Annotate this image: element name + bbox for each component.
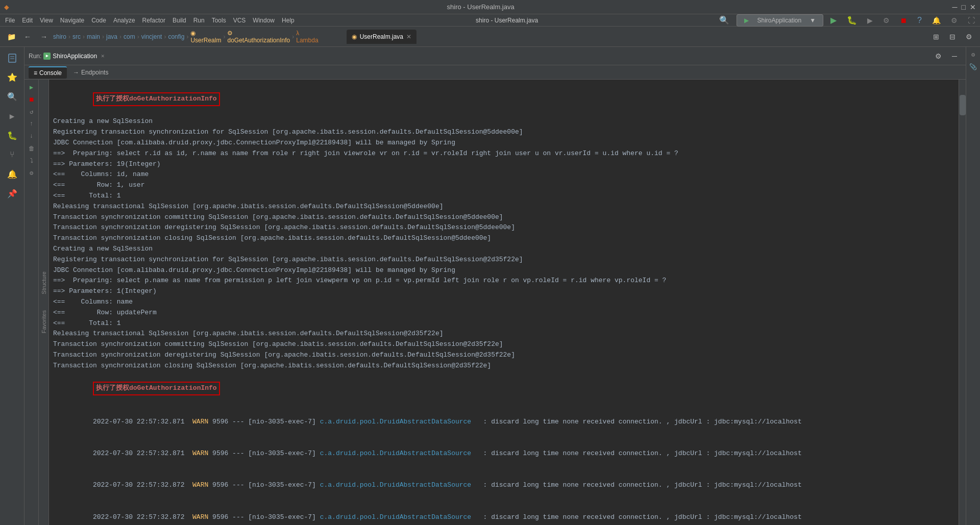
sidebar-item-find[interactable]: 🔍 bbox=[3, 88, 21, 106]
app-icon: ◆ bbox=[4, 2, 9, 12]
tab-endpoints[interactable]: → Endpoints bbox=[68, 66, 113, 79]
console-run-btn[interactable]: ▶ bbox=[26, 82, 37, 93]
console-scrollbar[interactable] bbox=[959, 80, 966, 525]
far-left-panel: Structure Favorites bbox=[39, 80, 49, 525]
crumb-java[interactable]: java bbox=[106, 33, 117, 40]
crumb-src[interactable]: src bbox=[72, 33, 81, 40]
run-label: Run: bbox=[29, 53, 41, 60]
log-line-20: <== Row: updatePerm bbox=[53, 308, 954, 318]
nav-forward-button[interactable]: → bbox=[37, 30, 51, 44]
sidebar-item-run[interactable]: ▶ bbox=[3, 107, 21, 126]
highlight-text-2: 执行了授权doGetAuthorizationInfo bbox=[93, 382, 220, 395]
highlight-text-1: 执行了授权doGetAuthorizationInfo bbox=[93, 92, 220, 106]
tab-label: UserRealm.java bbox=[360, 33, 403, 40]
sidebar-item-notifications[interactable]: 🔔 bbox=[3, 165, 21, 184]
minimize-button[interactable]: ─ bbox=[952, 3, 958, 11]
crumb-vincjent[interactable]: vincjent bbox=[141, 33, 162, 40]
run-config-dropdown[interactable]: ▶ ShiroApplication ▼ bbox=[737, 14, 823, 27]
split-horizontal-button[interactable]: ⊞ bbox=[929, 30, 943, 44]
console-settings-btn[interactable]: ⚙ bbox=[26, 167, 37, 179]
menu-vcs[interactable]: VCS bbox=[230, 16, 249, 25]
crumb-userrealm[interactable]: ◉ UserRealm bbox=[190, 30, 221, 44]
sidebar-item-git[interactable]: ⑂ bbox=[3, 146, 21, 164]
console-log: 执行了授权doGetAuthorizationInfo Creating a n… bbox=[49, 80, 959, 525]
console-scroll-down-btn[interactable]: ↓ bbox=[26, 131, 37, 142]
right-panel-btn-2[interactable]: 📎 bbox=[968, 61, 979, 72]
crumb-dogetauth[interactable]: ⚙ doGetAuthorizationInfo bbox=[227, 30, 290, 44]
log-line-18: ==> Parameters: 1(Integer) bbox=[53, 286, 954, 297]
menu-refactor[interactable]: Refactor bbox=[139, 16, 168, 25]
crumb-config[interactable]: config bbox=[168, 33, 184, 40]
log-line-12: Transaction synchronization deregisterin… bbox=[53, 222, 954, 233]
console-scroll-up-btn[interactable]: ↑ bbox=[26, 118, 37, 130]
run-panel-settings-button[interactable]: ⚙ bbox=[931, 49, 945, 63]
project-tree-button[interactable]: 📁 bbox=[4, 30, 18, 44]
warn-label-1: WARN bbox=[192, 418, 212, 426]
crumb-shiro[interactable]: shiro bbox=[53, 33, 66, 40]
sidebar-item-project[interactable] bbox=[3, 49, 21, 67]
crumb-main[interactable]: main bbox=[87, 33, 100, 40]
log-line-30: 2022-07-30 22:57:32.872 WARN 9596 --- [n… bbox=[53, 502, 954, 525]
menu-edit[interactable]: Edit bbox=[19, 16, 36, 25]
help-icon[interactable]: ? bbox=[914, 15, 925, 26]
menu-navigate[interactable]: Navigate bbox=[57, 16, 87, 25]
menu-analyze[interactable]: Analyze bbox=[110, 16, 138, 25]
tab-close-icon[interactable]: ✕ bbox=[406, 33, 411, 40]
maximize-button[interactable]: □ bbox=[962, 3, 966, 11]
close-button[interactable]: ✕ bbox=[970, 3, 976, 11]
sidebar-item-debug[interactable]: 🐛 bbox=[3, 127, 21, 145]
run-status-icon: ▶ bbox=[43, 53, 51, 60]
crumb-lambda[interactable]: λ Lambda bbox=[296, 30, 318, 44]
stop-button[interactable]: ⏹ bbox=[897, 15, 910, 26]
run-button-toolbar[interactable]: ▶ bbox=[827, 14, 840, 26]
menu-bar: File Edit View Navigate Code Analyze Ref… bbox=[0, 14, 980, 27]
structure-label[interactable]: Structure bbox=[40, 268, 48, 297]
menu-help[interactable]: Help bbox=[279, 16, 298, 25]
far-right-sidebar: ⚙ 📎 bbox=[966, 47, 980, 525]
notifications-icon[interactable]: 🔔 bbox=[929, 15, 944, 26]
sidebar-item-bookmark[interactable]: ⭐ bbox=[3, 68, 21, 87]
menu-build[interactable]: Build bbox=[169, 16, 189, 25]
menu-view[interactable]: View bbox=[37, 16, 56, 25]
log-line-6: ==> Parameters: 19(Integer) bbox=[53, 159, 954, 170]
endpoints-label: Endpoints bbox=[81, 69, 108, 76]
more-editor-actions[interactable]: ⚙ bbox=[962, 30, 976, 44]
warn-class-1: c.a.druid.pool.DruidAbstractDataSource bbox=[320, 418, 479, 426]
menu-run[interactable]: Run bbox=[190, 16, 208, 25]
menu-code[interactable]: Code bbox=[88, 16, 109, 25]
sidebar-item-settings[interactable]: 📌 bbox=[3, 185, 21, 203]
right-panel-btn-1[interactable]: ⚙ bbox=[968, 49, 979, 60]
debug-button[interactable]: 🐛 bbox=[844, 14, 860, 26]
log-line-17: ==> Preparing: select p.name as name fro… bbox=[53, 276, 954, 286]
warn-pid-3: 9596 --- [nio-3035-exec-7] bbox=[212, 481, 320, 489]
toolbar: 📁 ← → shiro › src › main › java › com › … bbox=[0, 27, 980, 47]
warn-class-4: c.a.druid.pool.DruidAbstractDataSource bbox=[320, 513, 479, 521]
log-line-28: 2022-07-30 22:57:32.871 WARN 9596 --- [n… bbox=[53, 438, 954, 469]
nav-back-button[interactable]: ← bbox=[20, 30, 35, 44]
split-vertical-button[interactable]: ⊟ bbox=[945, 30, 960, 44]
menu-window[interactable]: Window bbox=[250, 16, 278, 25]
fullscreen-icon[interactable]: ⛶ bbox=[965, 15, 978, 26]
console-clear-btn[interactable]: 🗑 bbox=[26, 143, 37, 154]
console-label: Console bbox=[39, 69, 62, 77]
run-close-icon[interactable]: ✕ bbox=[101, 53, 105, 59]
favorites-label[interactable]: Favorites bbox=[40, 307, 48, 336]
crumb-com[interactable]: com bbox=[124, 33, 135, 40]
warn-msg-4: : discard long time none received connec… bbox=[479, 513, 802, 521]
warn-pid-1: 9596 --- [nio-3035-exec-7] bbox=[212, 418, 320, 426]
console-stop-btn[interactable]: ⏹ bbox=[26, 94, 37, 105]
tab-userrealm[interactable]: ◉ UserRealm.java ✕ bbox=[347, 30, 416, 44]
log-line-1: 执行了授权doGetAuthorizationInfo bbox=[53, 82, 954, 116]
console-rerun-btn[interactable]: ↺ bbox=[26, 106, 37, 117]
run-panel-minimize-button[interactable]: ─ bbox=[947, 49, 962, 63]
warn-label-2: WARN bbox=[192, 449, 212, 457]
tab-console[interactable]: ≡ Console bbox=[29, 66, 67, 79]
menu-tools[interactable]: Tools bbox=[209, 16, 229, 25]
search-icon[interactable]: 🔍 bbox=[716, 14, 732, 26]
settings-icon[interactable]: ⚙ bbox=[948, 15, 961, 26]
console-softrap-btn[interactable]: ⤵ bbox=[26, 155, 37, 166]
coverage-button[interactable]: ▶ bbox=[864, 15, 876, 26]
menu-file[interactable]: File bbox=[2, 16, 18, 25]
sub-tabs: ≡ Console → Endpoints bbox=[24, 65, 966, 80]
more-options-icon[interactable]: ⚙ bbox=[880, 15, 893, 26]
